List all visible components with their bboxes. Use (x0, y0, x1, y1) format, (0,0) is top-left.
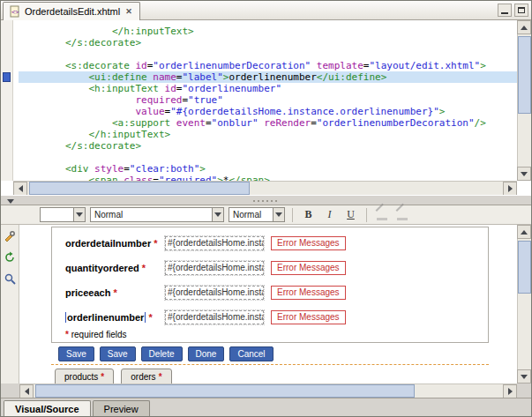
code-token: /> (475, 117, 486, 129)
scroll-left-icon[interactable] (13, 182, 27, 196)
source-horizontal-scrollbar[interactable] (13, 181, 517, 195)
current-line-marker (3, 72, 11, 82)
chevron-down-icon[interactable] (212, 208, 223, 221)
visual-vertical-scrollbar[interactable] (517, 225, 531, 383)
scroll-right-icon[interactable] (503, 182, 517, 196)
source-vscroll-thumb[interactable] (518, 36, 531, 114)
visual-horizontal-scrollbar[interactable] (19, 383, 517, 398)
annotation-ruler[interactable] (1, 20, 13, 181)
cancel-button[interactable]: Cancel (229, 346, 273, 361)
page-design-options-icon[interactable] (3, 272, 17, 286)
code-line[interactable]: <div style="clear:both"> (19, 163, 517, 175)
code-token: > (199, 163, 206, 175)
code-line[interactable]: </s:decorate> (19, 37, 517, 48)
scroll-left-icon[interactable] (19, 384, 34, 398)
maximize-icon[interactable] (514, 4, 528, 17)
code-line[interactable]: value="#{orderdetailsHome.instance.order… (19, 106, 517, 117)
field-input[interactable]: #{orderdetailsHome.instan (165, 310, 264, 324)
field-label[interactable]: orderlinenumber (65, 312, 146, 323)
code-line[interactable] (19, 48, 517, 60)
font-family-value: Normal (94, 210, 123, 220)
scroll-down-icon[interactable] (517, 167, 531, 181)
code-line[interactable]: <ui:define name="label">orderlinenumber<… (19, 71, 517, 83)
error-messages-box[interactable]: Error Messages (271, 261, 346, 275)
xhtml-file-icon: <> (9, 5, 21, 18)
editor-tab-orderdetailsedit[interactable]: <> OrderdetailsEdit.xhtml ✕ (3, 2, 140, 20)
code-token: <h:inputText (88, 83, 158, 94)
code-line[interactable]: </s:decorate> (19, 140, 517, 152)
collapse-pane-icon[interactable] (4, 197, 16, 205)
field-input[interactable]: #{orderdetailsHome.instan (165, 286, 264, 300)
visual-editor-side-toolbar (1, 225, 19, 383)
form-field-row: orderdetailnumber *#{orderdetailsHome.in… (52, 231, 488, 256)
preferences-wrench-icon[interactable] (3, 229, 17, 243)
delete-button[interactable]: Delete (141, 346, 183, 361)
field-input[interactable]: #{orderdetailsHome.instan (165, 261, 264, 275)
code-line[interactable]: <span class="required">*</span> (19, 175, 517, 181)
scroll-up-icon[interactable] (517, 225, 531, 239)
code-line[interactable]: <a:support event="onblur" reRender="orde… (19, 117, 517, 129)
code-line[interactable]: <h:inputText id="orderlinenumber" (19, 83, 517, 94)
code-token (19, 60, 65, 71)
tab-preview[interactable]: Preview (93, 400, 150, 416)
visual-vscroll-thumb[interactable] (518, 241, 531, 294)
required-marker: * (146, 312, 152, 323)
bold-button[interactable]: B (300, 207, 317, 223)
code-line[interactable]: required="true" (19, 94, 517, 106)
code-line[interactable]: </h:inputText> (19, 26, 517, 37)
source-vertical-scrollbar[interactable] (517, 20, 531, 181)
code-token: template (317, 60, 363, 71)
code-token: "orderlinenumberDecoration" (153, 60, 311, 71)
code-line[interactable]: <s:decorate id="orderlinenumberDecoratio… (19, 60, 517, 71)
save-button[interactable]: Save (100, 346, 136, 361)
scroll-down-icon[interactable] (517, 369, 531, 383)
close-icon[interactable]: ✕ (124, 7, 134, 16)
scroll-up-icon[interactable] (517, 20, 531, 34)
field-label-cell: priceeach * (65, 287, 165, 298)
italic-button[interactable]: I (321, 207, 338, 223)
error-messages-box[interactable]: Error Messages (271, 236, 346, 250)
tab-label: orders (131, 372, 155, 382)
field-label[interactable]: quantityordered (65, 263, 139, 273)
minimize-icon[interactable] (498, 4, 512, 17)
done-button[interactable]: Done (188, 346, 225, 361)
code-token: </h:inputText> (112, 26, 194, 37)
tab-visual-source[interactable]: Visual/Source (4, 400, 91, 416)
required-marker: * (139, 263, 146, 273)
field-label[interactable]: priceeach (65, 287, 110, 298)
code-token (19, 26, 112, 37)
editor-splitter[interactable] (1, 195, 531, 205)
field-label[interactable]: orderdetailnumber (65, 238, 151, 249)
code-area[interactable]: </h:inputText> </s:decorate> <s:decorate… (14, 20, 517, 181)
refresh-icon[interactable] (3, 250, 17, 264)
source-hscroll-thumb[interactable] (29, 182, 250, 195)
chevron-down-icon[interactable] (273, 208, 284, 221)
code-token: required (135, 94, 182, 106)
code-token (19, 71, 88, 83)
edit-form-box[interactable]: orderdetailnumber *#{orderdetailsHome.in… (51, 227, 489, 343)
tab-orders[interactable]: orders* (121, 369, 171, 383)
editor-mode-tab-bar: Visual/SourcePreview (1, 398, 531, 416)
code-token: id (165, 83, 176, 94)
field-input[interactable]: #{orderdetailsHome.instan (165, 236, 264, 250)
chevron-down-icon[interactable] (73, 208, 85, 221)
font-color-icon[interactable] (374, 207, 390, 223)
code-token: = (311, 117, 317, 129)
font-size-combo[interactable]: Normal (229, 207, 285, 222)
scroll-right-icon[interactable] (503, 384, 517, 398)
error-messages-box[interactable]: Error Messages (271, 286, 346, 300)
block-format-combo[interactable] (40, 207, 86, 222)
code-line[interactable]: </h:inputText> (19, 129, 517, 140)
tab-products[interactable]: products* (55, 369, 114, 383)
error-messages-box[interactable]: Error Messages (271, 310, 346, 324)
code-line[interactable] (19, 152, 517, 163)
visual-hscroll-thumb[interactable] (35, 384, 415, 398)
splitter-grip[interactable] (253, 200, 280, 202)
highlight-color-icon[interactable] (394, 207, 410, 223)
visual-design-canvas[interactable]: orderdetailnumber *#{orderdetailsHome.in… (19, 225, 517, 383)
font-family-combo[interactable]: Normal (90, 207, 224, 222)
code-token: <div (65, 163, 89, 175)
code-token (19, 163, 65, 175)
underline-button[interactable]: U (342, 207, 359, 223)
save-button[interactable]: Save (58, 346, 94, 361)
